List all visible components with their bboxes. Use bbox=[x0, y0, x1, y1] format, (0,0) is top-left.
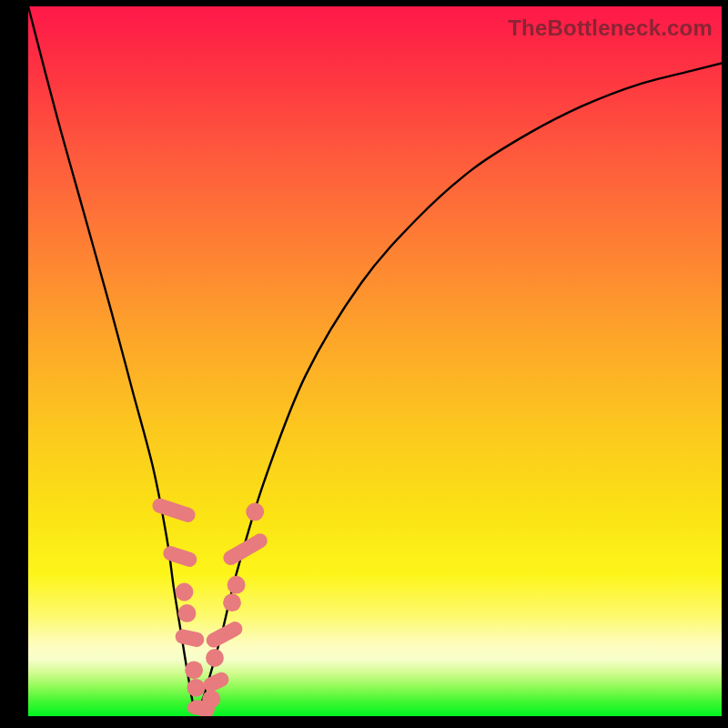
chart-svg bbox=[28, 6, 722, 716]
data-marker bbox=[223, 593, 241, 612]
data-marker bbox=[187, 679, 206, 697]
data-marker bbox=[174, 628, 206, 648]
data-marker bbox=[150, 497, 197, 524]
data-marker bbox=[228, 576, 246, 594]
data-marker bbox=[246, 503, 264, 521]
data-marker bbox=[206, 649, 224, 667]
data-marker bbox=[161, 544, 198, 569]
data-marker bbox=[178, 604, 197, 622]
data-marker bbox=[176, 583, 194, 602]
marker-group bbox=[150, 497, 269, 716]
chart-frame: TheBottleneck.com bbox=[0, 0, 728, 728]
data-marker bbox=[220, 531, 269, 568]
bottleneck-curve bbox=[28, 6, 722, 711]
data-marker bbox=[185, 661, 203, 679]
data-marker bbox=[202, 690, 220, 708]
plot-area: TheBottleneck.com bbox=[28, 6, 722, 716]
